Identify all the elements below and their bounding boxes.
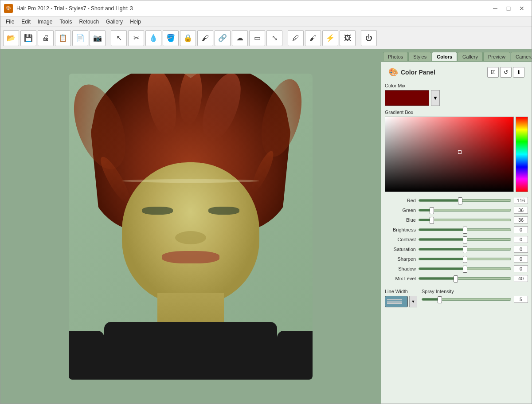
slider-shadow-value: 0: [514, 265, 528, 272]
slider-saturation-fill: [419, 248, 465, 250]
slider-saturation-row: Saturation 0: [385, 244, 528, 254]
cpanel-down-button[interactable]: ⬇: [513, 67, 524, 78]
slider-brightness-track[interactable]: [419, 228, 511, 231]
sliders-section: Red 116 Green 36: [385, 196, 528, 283]
slider-saturation-thumb[interactable]: [463, 246, 467, 253]
tab-preview[interactable]: Preview: [483, 52, 510, 61]
tab-gallery[interactable]: Gallery: [458, 52, 483, 61]
line-width-control: ▼: [385, 296, 417, 307]
select-button[interactable]: ↖: [111, 30, 127, 46]
color-mix-section: Color Mix ▼: [385, 83, 528, 106]
color-swatch[interactable]: [385, 90, 429, 106]
flash-button[interactable]: ⚡: [322, 30, 338, 46]
slider-green-track[interactable]: [419, 209, 511, 212]
scissors-button[interactable]: ✂: [128, 30, 144, 46]
main-area: Photos Styles Colors Gallery Preview Cam…: [0, 49, 532, 404]
tab-camera[interactable]: Camera: [511, 52, 532, 61]
menu-help[interactable]: Help: [126, 18, 145, 26]
menu-gallery[interactable]: Gallery: [102, 18, 126, 26]
slider-sharpen-track[interactable]: [419, 258, 511, 260]
slider-contrast-thumb[interactable]: [463, 236, 467, 243]
color-mix-label: Color Mix: [385, 83, 528, 88]
panel-content: 🎨 Color Panel ☑ ↺ ⬇ Color Mix ▼: [381, 61, 532, 404]
spray-intensity-value: 5: [514, 296, 528, 303]
spray-intensity-label: Spray Intensity: [422, 289, 528, 294]
slider-mixlevel-label: Mix Level: [385, 276, 416, 281]
slider-shadow-row: Shadow 0: [385, 264, 528, 274]
open-button[interactable]: 📂: [3, 30, 19, 46]
cpanel-undo-button[interactable]: ↺: [500, 67, 512, 78]
slider-green-label: Green: [385, 208, 416, 213]
maximize-button[interactable]: □: [502, 3, 515, 14]
canvas-inner: [5, 54, 376, 399]
crop-button[interactable]: ⤡: [266, 30, 282, 46]
slider-green-thumb[interactable]: [430, 207, 434, 214]
color-panel-title-text: Color Panel: [401, 69, 435, 76]
image-button[interactable]: 🖼: [340, 30, 356, 46]
slider-saturation-track[interactable]: [419, 248, 511, 251]
tab-styles[interactable]: Styles: [408, 52, 431, 61]
bottom-controls: Line Width ▼: [385, 289, 528, 307]
spray-intensity-thumb[interactable]: [438, 296, 442, 303]
slider-saturation-label: Saturation: [385, 247, 416, 252]
hue-bar[interactable]: [516, 117, 528, 192]
slider-saturation-value: 0: [514, 246, 528, 253]
slider-red-thumb[interactable]: [458, 197, 462, 204]
gradient-box[interactable]: [385, 117, 514, 192]
line-width-selector[interactable]: [385, 296, 408, 307]
tab-photos[interactable]: Photos: [383, 52, 408, 61]
slider-mixlevel-thumb[interactable]: [454, 275, 458, 282]
slider-sharpen-thumb[interactable]: [463, 256, 467, 263]
window-title: Hair Pro 2012 - Trial - Styles7 - Short …: [16, 5, 489, 12]
cloud-button[interactable]: ☁: [232, 30, 248, 46]
spray-intensity-track[interactable]: [422, 298, 511, 301]
menu-bar: File Edit Image Tools Retouch Gallery He…: [0, 16, 532, 27]
lock-button[interactable]: 🔒: [180, 30, 196, 46]
draw-button[interactable]: 🖊: [288, 30, 304, 46]
slider-contrast-track[interactable]: [419, 238, 511, 241]
menu-image[interactable]: Image: [34, 18, 56, 26]
slider-red-row: Red 116: [385, 196, 528, 205]
app-icon: 🎨: [4, 4, 13, 13]
rect-button[interactable]: ▭: [249, 30, 265, 46]
camera-button[interactable]: 📷: [90, 30, 106, 46]
close-button[interactable]: ✕: [516, 3, 528, 14]
menu-tools[interactable]: Tools: [56, 18, 75, 26]
line-width-section: Line Width ▼: [385, 289, 417, 307]
window-controls: ─ □ ✕: [489, 3, 528, 14]
panel-tabs: Photos Styles Colors Gallery Preview Cam…: [381, 49, 532, 61]
cpanel-check-button[interactable]: ☑: [487, 67, 499, 78]
slider-blue-thumb[interactable]: [430, 217, 434, 224]
spray-intensity-fill: [422, 298, 440, 300]
fill-button[interactable]: 🪣: [163, 30, 179, 46]
copy-button[interactable]: 📋: [55, 30, 71, 46]
line-width-dropdown[interactable]: ▼: [409, 296, 417, 307]
brush-button[interactable]: 🖌: [197, 30, 213, 46]
color-mix-row: ▼: [385, 90, 528, 106]
slider-blue-track[interactable]: [419, 219, 511, 221]
slider-mixlevel-track[interactable]: [419, 277, 511, 280]
print-button[interactable]: 🖨: [38, 30, 54, 46]
power-button[interactable]: ⏻: [361, 30, 377, 46]
save-button[interactable]: 💾: [20, 30, 36, 46]
slider-shadow-thumb[interactable]: [463, 266, 467, 273]
slider-red-track[interactable]: [419, 199, 511, 202]
color-panel-header: 🎨 Color Panel ☑ ↺ ⬇: [385, 65, 528, 79]
minimize-button[interactable]: ─: [489, 3, 501, 14]
tab-colors[interactable]: Colors: [432, 52, 457, 61]
slider-sharpen-label: Sharpen: [385, 256, 416, 262]
slider-brightness-thumb[interactable]: [463, 227, 467, 234]
paint-button[interactable]: 🖌: [305, 30, 321, 46]
slider-shadow-fill: [419, 268, 465, 270]
dropper-button[interactable]: 💧: [145, 30, 161, 46]
slider-shadow-track[interactable]: [419, 267, 511, 270]
paste-button[interactable]: 📄: [72, 30, 88, 46]
slider-mixlevel-value: 40: [514, 275, 528, 282]
canvas-image[interactable]: [69, 74, 313, 380]
link-button[interactable]: 🔗: [215, 30, 231, 46]
slider-shadow-label: Shadow: [385, 266, 416, 271]
menu-edit[interactable]: Edit: [18, 18, 34, 26]
color-mix-dropdown[interactable]: ▼: [431, 90, 440, 106]
menu-file[interactable]: File: [2, 18, 18, 26]
menu-retouch[interactable]: Retouch: [75, 18, 102, 26]
